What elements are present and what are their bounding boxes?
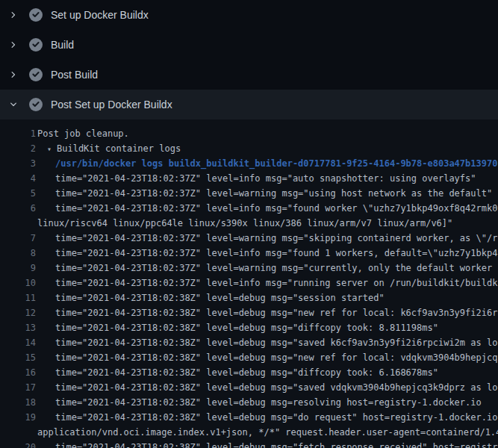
- line-number[interactable]: 9: [0, 263, 36, 273]
- check-circle-icon: [29, 98, 43, 111]
- log-text: time="2021-04-23T18:02:38Z" level=debug …: [36, 323, 438, 333]
- step-row[interactable]: Build: [0, 30, 498, 60]
- check-circle-icon: [29, 8, 43, 22]
- log-line: 4time="2021-04-23T18:02:37Z" level=info …: [0, 171, 498, 186]
- log-text: time="2021-04-23T18:02:38Z" level=debug …: [36, 412, 498, 423]
- log-line: 8time="2021-04-23T18:02:37Z" level=info …: [0, 246, 498, 261]
- line-number[interactable]: 20: [0, 442, 36, 448]
- log-text: time="2021-04-23T18:02:37Z" level=warnin…: [36, 263, 498, 273]
- log-line: 6time="2021-04-23T18:02:37Z" level=info …: [0, 201, 498, 216]
- line-number[interactable]: 4: [0, 173, 36, 184]
- log-text: time="2021-04-23T18:02:37Z" level=warnin…: [36, 188, 492, 199]
- line-number[interactable]: 7: [0, 233, 36, 243]
- log-text: time="2021-04-23T18:02:38Z" level=debug …: [36, 397, 482, 408]
- chevron-down-icon[interactable]: [9, 100, 18, 109]
- log-text: time="2021-04-23T18:02:37Z" level=info m…: [36, 173, 476, 184]
- log-text: time="2021-04-23T18:02:38Z" level=debug …: [36, 367, 438, 378]
- line-number[interactable]: 1: [0, 128, 36, 139]
- log-text: time="2021-04-23T18:02:38Z" level=debug …: [36, 308, 498, 318]
- log-text: time="2021-04-23T18:02:38Z" level=debug …: [36, 382, 498, 393]
- log-line: 7time="2021-04-23T18:02:37Z" level=warni…: [0, 231, 498, 246]
- chevron-right-icon[interactable]: [9, 70, 18, 79]
- check-circle-icon: [29, 38, 43, 52]
- check-circle-icon: [29, 68, 43, 81]
- log-line: 16time="2021-04-23T18:02:38Z" level=debu…: [0, 365, 498, 380]
- line-number[interactable]: 6: [0, 203, 36, 214]
- log-line: 10time="2021-04-23T18:02:37Z" level=info…: [0, 276, 498, 290]
- log-text: time="2021-04-23T18:02:37Z" level=info m…: [36, 203, 498, 214]
- step-label: Post Set up Docker Buildx: [51, 99, 172, 111]
- log-text: time="2021-04-23T18:02:38Z" level=debug …: [36, 442, 498, 448]
- step-row[interactable]: Post Build: [0, 60, 498, 90]
- log-line: 5time="2021-04-23T18:02:37Z" level=warni…: [0, 186, 498, 201]
- log-line: 14time="2021-04-23T18:02:38Z" level=debu…: [0, 335, 498, 350]
- log-text: time="2021-04-23T18:02:37Z" level=info m…: [36, 278, 498, 288]
- line-number[interactable]: 5: [0, 188, 36, 199]
- log-line: 11time="2021-04-23T18:02:38Z" level=debu…: [0, 290, 498, 305]
- line-number[interactable]: 3: [0, 158, 36, 169]
- line-number[interactable]: 16: [0, 367, 36, 378]
- line-number[interactable]: 15: [0, 352, 36, 363]
- log-text: time="2021-04-23T18:02:37Z" level=info m…: [36, 248, 498, 258]
- log-line: 20time="2021-04-23T18:02:38Z" level=debu…: [0, 440, 498, 448]
- log-text: application/vnd.oci.image.index.v1+json,…: [36, 427, 498, 438]
- log-line: 17time="2021-04-23T18:02:38Z" level=debu…: [0, 380, 498, 395]
- log-line: 12time="2021-04-23T18:02:38Z" level=debu…: [0, 305, 498, 320]
- log-text: time="2021-04-23T18:02:37Z" level=warnin…: [36, 233, 498, 243]
- group-collapse-arrow-icon[interactable]: ▾: [36, 145, 56, 153]
- line-number[interactable]: 14: [0, 337, 36, 348]
- step-label: Post Build: [51, 69, 98, 81]
- line-number[interactable]: 17: [0, 382, 36, 393]
- log-text: time="2021-04-23T18:02:38Z" level=debug …: [36, 352, 498, 363]
- line-number[interactable]: 18: [0, 397, 36, 408]
- step-label: Build: [51, 39, 74, 51]
- chevron-right-icon[interactable]: [9, 40, 18, 49]
- log-text: linux/riscv64 linux/ppc64le linux/s390x …: [36, 218, 452, 228]
- step-row[interactable]: Post Set up Docker Buildx: [0, 90, 498, 119]
- log-text: time="2021-04-23T18:02:38Z" level=debug …: [36, 337, 498, 348]
- steps-list: Set up Docker BuildxBuildPost BuildPost …: [0, 0, 498, 119]
- line-number[interactable]: 8: [0, 248, 36, 258]
- log-line: 9time="2021-04-23T18:02:37Z" level=warni…: [0, 261, 498, 276]
- line-number[interactable]: 2: [0, 143, 36, 154]
- log-line: 13time="2021-04-23T18:02:38Z" level=debu…: [0, 320, 498, 335]
- log-command-text: /usr/bin/docker logs buildx_buildkit_bui…: [36, 158, 497, 169]
- line-number[interactable]: 12: [0, 308, 36, 318]
- step-label: Set up Docker Buildx: [51, 9, 149, 21]
- log-text: Post job cleanup.: [36, 128, 129, 139]
- line-number[interactable]: 11: [0, 293, 36, 303]
- log-text: time="2021-04-23T18:02:38Z" level=debug …: [36, 293, 385, 303]
- line-number[interactable]: 10: [0, 278, 36, 288]
- log-line: 15time="2021-04-23T18:02:38Z" level=debu…: [0, 350, 498, 365]
- log-line: linux/riscv64 linux/ppc64le linux/s390x …: [0, 216, 498, 231]
- line-number[interactable]: 19: [0, 412, 36, 423]
- line-number[interactable]: 13: [0, 323, 36, 333]
- log-line: 18time="2021-04-23T18:02:38Z" level=debu…: [0, 395, 498, 410]
- chevron-right-icon[interactable]: [9, 10, 18, 19]
- log-line: 19time="2021-04-23T18:02:38Z" level=debu…: [0, 410, 498, 425]
- log-line: 2▾BuildKit container logs: [0, 141, 498, 156]
- log-group-title[interactable]: BuildKit container logs: [56, 143, 181, 154]
- log-line: application/vnd.oci.image.index.v1+json,…: [0, 425, 498, 440]
- step-row[interactable]: Set up Docker Buildx: [0, 0, 498, 30]
- log-line: 3/usr/bin/docker logs buildx_buildkit_bu…: [0, 156, 498, 171]
- actions-log-viewer: Set up Docker BuildxBuildPost BuildPost …: [0, 0, 498, 448]
- log-line: 1Post job cleanup.: [0, 126, 498, 141]
- log-viewer: 1Post job cleanup.2▾BuildKit container l…: [0, 119, 498, 448]
